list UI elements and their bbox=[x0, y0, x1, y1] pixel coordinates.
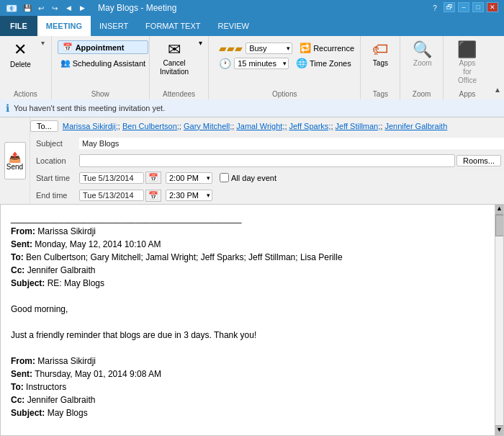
end-date-calendar-button[interactable]: 📅 bbox=[145, 190, 161, 202]
recipient-marissa[interactable]: Marissa Sikirdji; bbox=[63, 122, 120, 130]
cc1-value: Jennifer Galbraith bbox=[27, 265, 96, 275]
location-input[interactable] bbox=[79, 154, 455, 167]
tags-group-content: 🏷 Tags bbox=[366, 37, 394, 89]
qat-prev[interactable]: ◀ bbox=[63, 2, 74, 14]
zoom-group-content: 🔍 Zoom bbox=[406, 37, 438, 89]
to1-line: To: Ben Culbertson; Gary Mitchell; Jamal… bbox=[11, 251, 485, 264]
busy-dropdown[interactable]: Busy bbox=[246, 43, 292, 54]
start-time-wrapper: ▾ bbox=[166, 172, 212, 184]
action-arrow-btn[interactable]: ▾ bbox=[38, 37, 48, 48]
start-time-row: Start time 📅 ▾ All day event bbox=[30, 169, 504, 187]
tab-insert[interactable]: INSERT bbox=[91, 16, 137, 36]
clock-icon: 🕐 bbox=[219, 58, 231, 69]
start-date-input[interactable] bbox=[79, 172, 144, 184]
send-label: Send bbox=[6, 163, 23, 171]
scheduling-assistant-button[interactable]: 👥 Scheduling Assistant bbox=[58, 57, 149, 69]
allday-checkbox[interactable] bbox=[220, 173, 229, 182]
recipient-jamal[interactable]: Jamal Wright; bbox=[236, 122, 287, 130]
subject-row: Subject bbox=[30, 135, 504, 152]
cancel-invitation-button[interactable]: ✉ CancelInvitation bbox=[156, 37, 193, 79]
recipient-ben[interactable]: Ben Culbertson; bbox=[122, 122, 181, 130]
form-fields-column: To... Marissa Sikirdji; Ben Culbertson; … bbox=[30, 117, 504, 204]
maximize-button[interactable]: □ bbox=[472, 2, 484, 12]
appointment-button[interactable]: 📅 Appointment bbox=[58, 40, 149, 54]
recipient-jeff-s[interactable]: Jeff Sparks; bbox=[289, 122, 333, 130]
tab-meeting[interactable]: MEETING bbox=[37, 16, 91, 36]
allday-label: All day event bbox=[220, 173, 276, 182]
tags-group-label: Tags bbox=[366, 89, 394, 99]
reminder-dropdown[interactable]: 15 minutes bbox=[234, 58, 289, 69]
from1-label: From: bbox=[11, 226, 35, 236]
actions-group-content: ✕ Delete ▾ bbox=[6, 37, 48, 89]
options-row2: 🕐 15 minutes 🌐 Time Zones bbox=[219, 55, 359, 71]
start-time-fields: 📅 ▾ All day event bbox=[79, 172, 276, 184]
scroll-down-button[interactable]: ▼ bbox=[495, 425, 504, 435]
cc1-line: Cc: Jennifer Galbraith bbox=[11, 264, 485, 277]
cc2-line: Cc: Jennifer Galbraith bbox=[11, 393, 485, 406]
allday-text: All day event bbox=[231, 174, 276, 182]
qat-undo[interactable]: ↩ bbox=[35, 2, 47, 14]
minimize-button[interactable]: – bbox=[458, 2, 469, 12]
attendees-dropdown[interactable]: ▾ bbox=[196, 37, 205, 48]
form-wrapper: 📤 Send To... Marissa Sikirdji; Ben Culbe… bbox=[0, 117, 504, 205]
scroll-thumb[interactable] bbox=[495, 215, 504, 236]
scroll-up-button[interactable]: ▲ bbox=[495, 205, 504, 215]
to-row: To... Marissa Sikirdji; Ben Culbertson; … bbox=[30, 117, 504, 135]
zoom-group: 🔍 Zoom Zoom bbox=[400, 36, 443, 99]
scheduling-label: Scheduling Assistant bbox=[73, 59, 146, 68]
to1-value: Ben Culbertson; Gary Mitchell; Jamal Wri… bbox=[26, 252, 343, 262]
options-row1: ▰▰▰ Busy 🔁 Recurrence bbox=[219, 40, 359, 55]
rooms-button[interactable]: Rooms... bbox=[456, 155, 501, 166]
from1-line: From: Marissa Sikirdji bbox=[11, 225, 485, 238]
app-window: 📧 💾 ↩ ↪ ◀ ▶ May Blogs - Meeting ? 🗗 – □ … bbox=[0, 0, 504, 436]
quick-access-toolbar: 💾 ↩ ↪ ◀ ▶ bbox=[22, 2, 88, 14]
apps-button[interactable]: ⬛ Apps forOffice bbox=[449, 37, 485, 88]
to-button[interactable]: To... bbox=[30, 120, 58, 132]
tab-file[interactable]: FILE bbox=[0, 16, 37, 36]
tab-review[interactable]: REVIEW bbox=[210, 16, 258, 36]
end-time-input[interactable] bbox=[166, 190, 212, 201]
start-time-input[interactable] bbox=[166, 172, 212, 184]
start-date-calendar-button[interactable]: 📅 bbox=[145, 172, 161, 184]
info-icon: ℹ bbox=[6, 102, 9, 114]
send-button[interactable]: 📤 Send bbox=[4, 142, 26, 179]
sent2-line: Sent: Thursday, May 01, 2014 9:08 AM bbox=[11, 368, 485, 381]
qat-next[interactable]: ▶ bbox=[76, 2, 88, 14]
qat-redo[interactable]: ↪ bbox=[49, 2, 60, 14]
restore-button[interactable]: 🗗 bbox=[444, 2, 455, 12]
timezones-button[interactable]: 🌐 Time Zones bbox=[292, 56, 356, 70]
cancel-label: CancelInvitation bbox=[160, 59, 189, 76]
subject-input[interactable] bbox=[79, 138, 504, 149]
recipient-jeff-still[interactable]: Jeff Stillman; bbox=[336, 122, 383, 130]
zoom-group-label: Zoom bbox=[406, 89, 436, 99]
recipient-jennifer[interactable]: Jennifer Galbraith bbox=[384, 122, 447, 130]
qat-save[interactable]: 💾 bbox=[22, 2, 33, 14]
recurrence-label: Recurrence bbox=[313, 44, 354, 53]
show-group-label: Show bbox=[58, 89, 143, 99]
sent2-label: Sent: bbox=[11, 369, 32, 379]
apps-icon: ⬛ bbox=[457, 40, 477, 59]
help-button[interactable]: ? bbox=[429, 2, 441, 14]
end-time-fields: 📅 ▾ bbox=[79, 190, 212, 202]
subject-label: Subject bbox=[30, 138, 79, 149]
tab-format-text[interactable]: FORMAT TEXT bbox=[137, 16, 209, 36]
zoom-label: Zoom bbox=[413, 59, 432, 67]
apps-group-label: Apps bbox=[449, 89, 485, 99]
recurrence-button[interactable]: 🔁 Recurrence bbox=[295, 41, 359, 55]
timezones-icon: 🌐 bbox=[296, 58, 307, 68]
end-date-input[interactable] bbox=[79, 190, 144, 201]
delete-button[interactable]: ✕ Delete bbox=[6, 37, 35, 71]
tags-button[interactable]: 🏷 Tags bbox=[366, 37, 394, 70]
recipient-gary[interactable]: Gary Mitchell; bbox=[184, 122, 234, 130]
apps-group: ⬛ Apps forOffice Apps bbox=[444, 36, 491, 99]
email-body-scroll[interactable]: ________________________________________… bbox=[1, 205, 495, 435]
to2-value: Instructors bbox=[26, 382, 66, 392]
scrollbar[interactable]: ▲ ▼ bbox=[495, 205, 503, 435]
attendees-group-label: Attendees bbox=[156, 89, 202, 99]
zoom-button[interactable]: 🔍 Zoom bbox=[406, 37, 438, 70]
ribbon-collapse-button[interactable]: ▲ bbox=[491, 83, 504, 97]
location-label: Location bbox=[30, 155, 79, 166]
close-button[interactable]: ✕ bbox=[487, 2, 498, 12]
options-group: ▰▰▰ Busy 🔁 Recurrence 🕐 15 minutes bbox=[209, 36, 361, 99]
from1-value: Marissa Sikirdji bbox=[37, 226, 96, 236]
